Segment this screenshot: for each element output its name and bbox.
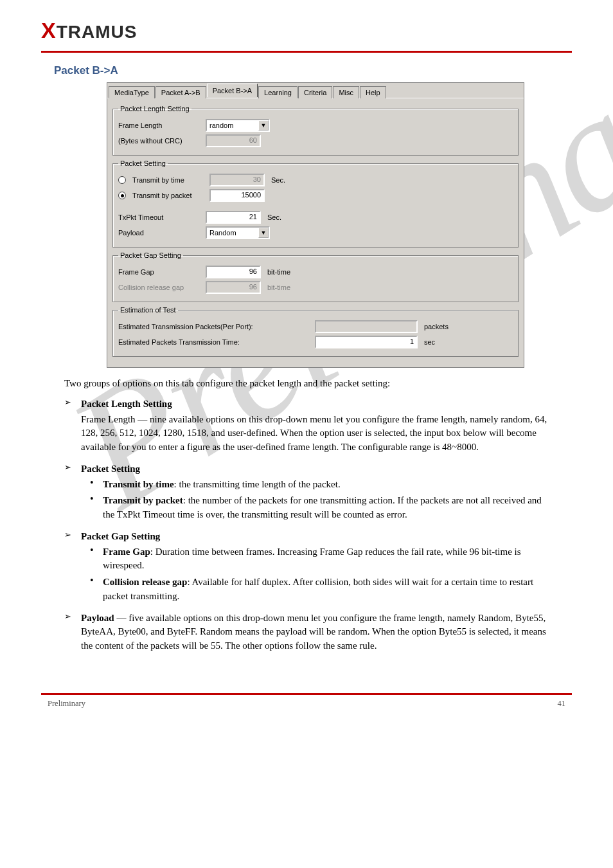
item-payload: Payload — five available options on this… — [81, 611, 555, 655]
input-bytes-wo-crc: 60 — [206, 134, 261, 147]
legend-packet-length: Packet Length Setting — [118, 105, 191, 113]
tabstrip: MediaType Packet A->B Packet B->A Learni… — [107, 83, 524, 98]
item-d-body: — five available options on this drop-do… — [81, 613, 546, 651]
tab-packet-ab[interactable]: Packet A->B — [155, 86, 206, 98]
label-transmit-by-time: Transmit by time — [132, 176, 206, 184]
footer-page-number: 41 — [558, 699, 566, 709]
page: XTRAMUS Packet B->A MediaType Packet A->… — [0, 0, 613, 728]
sub-b1-bold: Transmit by time — [103, 479, 174, 489]
chevron-down-icon[interactable]: ▼ — [258, 120, 269, 131]
output-est-tx-time: 1 — [315, 336, 418, 348]
tab-packet-ba[interactable]: Packet B->A — [207, 84, 258, 97]
dot-icon: • — [90, 545, 103, 575]
bullet-icon: ➢ — [64, 530, 81, 605]
group-packet-gap: Packet Gap Setting Frame Gap 96 bit-time… — [112, 251, 519, 302]
suffix-bittime-2: bit-time — [267, 284, 290, 291]
input-transmit-by-packet[interactable]: 15000 — [209, 189, 265, 202]
chevron-down-icon[interactable]: ▼ — [258, 228, 269, 238]
panel-body: Packet Length Setting Frame Length rando… — [107, 98, 524, 367]
sub-c1-text: : Duration time between frames. Increasi… — [103, 547, 521, 571]
combo-frame-length[interactable]: random ▼ — [206, 119, 270, 132]
item-packet-gap: Packet Gap Setting • Frame Gap: Duration… — [81, 530, 555, 605]
sub-c2-bold: Collision release gap — [103, 577, 187, 587]
combo-payload[interactable]: Random ▼ — [206, 226, 270, 239]
label-bytes-wo-crc: (Bytes without CRC) — [118, 137, 202, 145]
label-frame-length: Frame Length — [118, 122, 202, 129]
label-collision-release-gap: Collision release gap — [118, 284, 202, 291]
label-transmit-by-packet: Transmit by packet — [132, 192, 206, 199]
label-est-tx-time: Estimated Packets Transmission Time: — [118, 338, 311, 346]
suffix-sec-2: Sec. — [267, 213, 281, 221]
label-payload: Payload — [118, 229, 202, 237]
dot-icon: • — [90, 575, 103, 605]
section-title: Packet B->A — [0, 53, 613, 82]
radio-transmit-by-time[interactable] — [118, 176, 126, 184]
combo-frame-length-value: random — [207, 122, 258, 129]
combo-payload-value: Random — [207, 229, 258, 237]
suffix-sec-1: Sec. — [271, 176, 285, 184]
tab-criteria[interactable]: Criteria — [298, 86, 332, 98]
suffix-sec-3: sec — [424, 338, 435, 346]
body-content: Two groups of options on this tab config… — [0, 368, 613, 667]
item-packet-setting: Packet Setting • Transmit by time: the t… — [81, 462, 555, 523]
logo: XTRAMUS — [41, 22, 137, 42]
group-estimation: Estimation of Test Estimated Transmissio… — [112, 306, 519, 357]
radio-transmit-by-packet[interactable] — [118, 192, 126, 199]
group-packet-length: Packet Length Setting Frame Length rando… — [112, 105, 519, 156]
label-frame-gap: Frame Gap — [118, 268, 202, 276]
bullet-icon: ➢ — [64, 462, 81, 523]
item-packet-length: Packet Length Setting Frame Length — nin… — [81, 397, 555, 456]
bullet-icon: ➢ — [64, 611, 81, 655]
logo-text: TRAMUS — [57, 22, 138, 42]
lead-text: Two groups of options on this tab config… — [64, 377, 555, 391]
label-est-tx-packets: Estimated Transmission Packets(Per Port)… — [118, 323, 311, 330]
sub-b1-text: : the transmitting time length of the pa… — [174, 479, 341, 489]
dot-icon: • — [90, 478, 103, 493]
footer-left: Preliminary — [48, 699, 85, 709]
output-est-tx-packets — [315, 320, 418, 333]
header: XTRAMUS — [0, 0, 613, 48]
legend-estimation: Estimation of Test — [118, 306, 178, 314]
group-packet-setting: Packet Setting Transmit by time 30 Sec. … — [112, 159, 519, 248]
input-collision-release-gap: 96 — [206, 281, 261, 294]
footer-rule — [41, 693, 572, 695]
input-transmit-by-time: 30 — [209, 174, 265, 186]
input-txpkt-timeout[interactable]: 21 — [206, 211, 261, 224]
suffix-packets: packets — [424, 323, 449, 330]
label-txpkt-timeout: TxPkt Timeout — [118, 213, 202, 221]
sub-c1-bold: Frame Gap — [103, 547, 150, 557]
item-a-body: Frame Length — nine available options on… — [81, 413, 555, 455]
legend-packet-gap: Packet Gap Setting — [118, 251, 183, 259]
radio-dot — [121, 194, 124, 197]
item-b-title: Packet Setting — [81, 464, 140, 474]
sub-b2-bold: Transmit by packet — [103, 495, 183, 505]
bullet-icon: ➢ — [64, 397, 81, 456]
legend-packet-setting: Packet Setting — [118, 159, 168, 167]
tab-learning[interactable]: Learning — [258, 86, 298, 98]
tab-help[interactable]: Help — [360, 86, 386, 98]
dot-icon: • — [90, 494, 103, 523]
tab-mediatype[interactable]: MediaType — [109, 86, 155, 98]
suffix-bittime-1: bit-time — [267, 268, 290, 276]
item-d-title: Payload — [81, 613, 114, 623]
item-a-title: Packet Length Setting — [81, 399, 172, 409]
footer: Preliminary 41 — [0, 699, 613, 728]
logo-x: X — [41, 18, 57, 42]
screenshot-panel: MediaType Packet A->B Packet B->A Learni… — [107, 82, 524, 368]
tab-misc[interactable]: Misc — [333, 86, 359, 98]
item-c-title: Packet Gap Setting — [81, 531, 160, 541]
input-frame-gap[interactable]: 96 — [206, 266, 261, 278]
